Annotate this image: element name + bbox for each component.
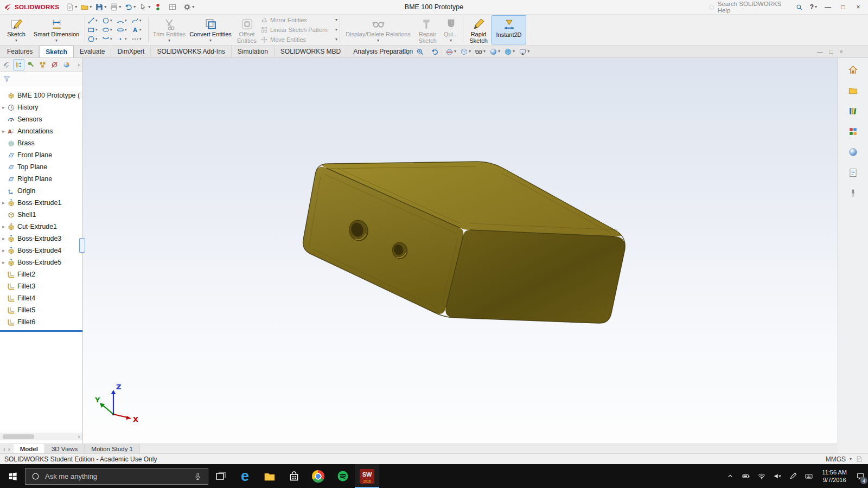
taskbar-solidworks-button[interactable]: SW 2016 xyxy=(355,464,379,488)
grid-icon[interactable]: ▾ xyxy=(167,2,181,12)
ribbon-repair-sketch[interactable]: Repair Sketch ▾ xyxy=(414,15,441,44)
scroll-right-icon[interactable]: › xyxy=(8,446,10,452)
tree-item-fillet3[interactable]: Fillet3 xyxy=(0,280,82,292)
taskpane-home-icon[interactable] xyxy=(846,62,860,76)
sketch-entity-ellipse[interactable]: ▾ xyxy=(102,25,117,35)
tab-sketch[interactable]: Sketch xyxy=(39,46,73,57)
sketch-entity-slot[interactable]: ▾ xyxy=(117,25,131,35)
model-tab-motion-study-1[interactable]: Motion Study 1 xyxy=(85,444,140,453)
dropdown-caret-icon[interactable]: ▾ xyxy=(110,18,112,23)
ribbon-rapid-sketch[interactable]: Rapid Sketch ▾ xyxy=(465,15,492,44)
ribbon-instant2d[interactable]: Instant2D ▾ xyxy=(492,15,526,44)
tray-network-button[interactable] xyxy=(754,464,769,488)
taskpane-pin-icon[interactable] xyxy=(846,186,860,200)
ribbon-sketch[interactable]: Sketch ▾ xyxy=(2,15,30,44)
dropdown-caret-icon[interactable]: ▾ xyxy=(469,49,471,54)
ribbon-offset-entities[interactable]: Offset Entities ▾ xyxy=(233,15,260,44)
search-icon[interactable] xyxy=(796,4,803,11)
doc-restore-button[interactable]: □ xyxy=(829,48,833,55)
taskbar-file-explorer-button[interactable] xyxy=(257,464,282,488)
monitor-icon[interactable]: ▾ xyxy=(518,47,531,56)
panel-splitter-handle[interactable] xyxy=(79,238,85,253)
tree-root[interactable]: BME 100 Prototype ( xyxy=(0,89,82,101)
cube-icon[interactable]: ▾ xyxy=(459,47,472,56)
action-center-button[interactable]: 4 xyxy=(852,464,868,488)
close-button[interactable]: × xyxy=(852,2,865,12)
taskbar-chrome-button[interactable] xyxy=(306,464,330,488)
panel-tab-dispm[interactable] xyxy=(61,59,72,70)
dropdown-caret-icon[interactable]: ▾ xyxy=(335,28,337,32)
dropdown-caret-icon[interactable]: ▾ xyxy=(125,28,127,32)
doc-close-button[interactable]: × xyxy=(840,48,843,55)
expand-arrow-icon[interactable]: ▸ xyxy=(0,105,7,110)
dropdown-caret-icon[interactable]: ▾ xyxy=(119,5,121,9)
dropdown-caret-icon[interactable]: ▾ xyxy=(209,38,212,43)
filter-funnel-icon[interactable] xyxy=(3,75,11,83)
model-tab-model[interactable]: Model xyxy=(14,444,45,453)
dropdown-caret-icon[interactable]: ▾ xyxy=(527,49,529,54)
tree-item-sensors[interactable]: Sensors xyxy=(0,113,82,125)
ribbon-linear-sketch-pattern[interactable]: Linear Sketch Pattern ▾ xyxy=(260,25,337,34)
panel-horizontal-scrollbar[interactable]: › xyxy=(0,433,82,440)
ribbon-display-delete-relations[interactable]: Display/Delete Relations ▾ xyxy=(342,15,414,44)
lens-icon[interactable]: ▾ xyxy=(400,47,413,56)
dropdown-caret-icon[interactable]: ▾ xyxy=(104,5,106,9)
model-tab-3d-views[interactable]: 3D Views xyxy=(45,444,85,453)
dropdown-caret-icon[interactable]: ▾ xyxy=(148,5,150,9)
tab-solidworks-mbd[interactable]: SOLIDWORKS MBD xyxy=(275,46,347,57)
expand-arrow-icon[interactable]: ▸ xyxy=(0,224,7,229)
dropdown-caret-icon[interactable]: ▾ xyxy=(125,37,127,41)
save-icon[interactable]: ▾ xyxy=(94,2,107,12)
dropdown-caret-icon[interactable]: ▾ xyxy=(483,49,486,54)
panel-tab-dimx[interactable] xyxy=(49,59,60,70)
units-selector[interactable]: MMGS xyxy=(826,455,846,463)
doc-minimize-button[interactable]: — xyxy=(817,48,823,55)
tray-keyboard-button[interactable] xyxy=(801,464,816,488)
open-icon[interactable]: ▾ xyxy=(79,2,93,12)
tree-filter-row[interactable] xyxy=(0,72,82,86)
gear-icon[interactable]: ▾ xyxy=(182,2,195,12)
sketch-entity-circle[interactable]: ▾ xyxy=(102,16,117,25)
panel-tab-cfg[interactable] xyxy=(37,59,48,70)
dropdown-caret-icon[interactable]: ▾ xyxy=(110,37,112,41)
ribbon-trim-entities[interactable]: Trim Entities ▾ xyxy=(151,15,188,44)
undo-icon[interactable]: ▾ xyxy=(430,47,443,56)
status-edit-icon[interactable] xyxy=(856,455,863,463)
dropdown-caret-icon[interactable]: ▾ xyxy=(335,18,337,22)
doc-icon[interactable]: ▾ xyxy=(65,2,78,12)
taskbar-clock[interactable]: 11:56 AM 9/7/2016 xyxy=(816,468,852,484)
beads-icon[interactable]: ▾ xyxy=(152,2,166,12)
help-search-input[interactable]: Search SOLIDWORKS Help xyxy=(705,2,806,12)
dropdown-caret-icon[interactable]: ▾ xyxy=(139,37,142,41)
taskpane-folder-icon[interactable] xyxy=(846,83,860,97)
expand-arrow-icon[interactable]: ▸ xyxy=(0,129,7,134)
tree-item-fillet2[interactable]: Fillet2 xyxy=(0,268,82,280)
maximize-button[interactable]: □ xyxy=(837,2,850,12)
tree-item-shell1[interactable]: Shell1 xyxy=(0,209,82,221)
dropdown-caret-icon[interactable]: ▾ xyxy=(139,18,142,23)
tree-item-origin[interactable]: Origin xyxy=(0,185,82,197)
select-icon[interactable]: ▾ xyxy=(138,2,151,12)
tab-simulation[interactable]: Simulation xyxy=(232,46,275,57)
ribbon-convert-entities[interactable]: Convert Entities ▾ xyxy=(188,15,233,44)
print-icon[interactable]: ▾ xyxy=(108,2,122,12)
dropdown-caret-icon[interactable]: ▾ xyxy=(133,5,136,9)
sketch-entity-polygon[interactable]: ▾ xyxy=(87,35,102,44)
graphics-viewport[interactable]: Z Y X xyxy=(83,58,838,444)
taskpane-palette-icon[interactable] xyxy=(846,124,860,138)
dropdown-caret-icon[interactable]: ▾ xyxy=(513,49,515,54)
tab-solidworks-add-ins[interactable]: SOLIDWORKS Add-Ins xyxy=(151,46,231,57)
minimize-button[interactable]: — xyxy=(821,2,834,12)
taskpane-props-icon[interactable] xyxy=(846,165,860,179)
dropdown-caret-icon[interactable]: ▾ xyxy=(335,37,337,42)
panel-tab-pm[interactable] xyxy=(25,59,36,70)
tree-item-top-plane[interactable]: Top Plane xyxy=(0,161,82,173)
tree-item-brass[interactable]: Brass xyxy=(0,137,82,149)
tree-item-fillet5[interactable]: Fillet5 xyxy=(0,304,82,316)
dropdown-caret-icon[interactable]: ▾ xyxy=(95,37,98,41)
tree-item-boss-extrude1[interactable]: ▸ Boss-Extrude1 xyxy=(0,197,82,209)
tree-item-fillet4[interactable]: Fillet4 xyxy=(0,292,82,304)
dropdown-caret-icon[interactable]: ▾ xyxy=(95,18,98,23)
expand-arrow-icon[interactable]: ▸ xyxy=(0,260,7,265)
lensrect-icon[interactable]: ▾ xyxy=(415,47,428,56)
